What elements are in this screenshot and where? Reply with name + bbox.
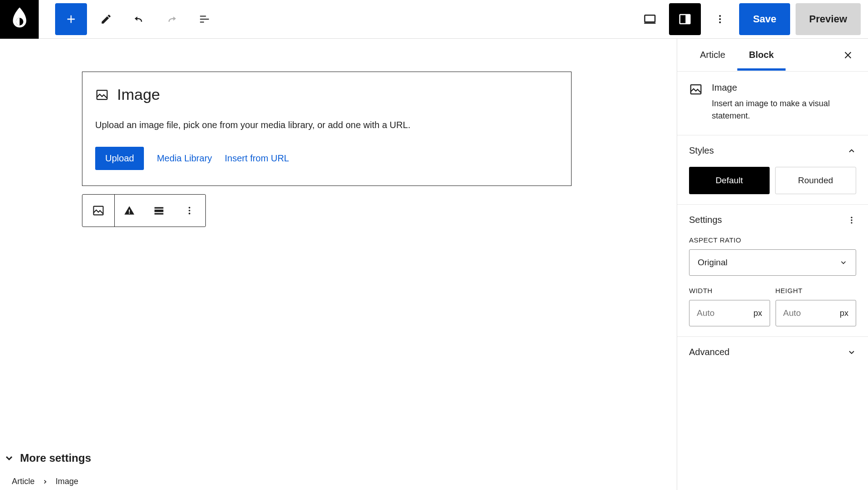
height-unit[interactable]: px (840, 309, 848, 318)
block-more-button[interactable] (174, 195, 205, 227)
width-input[interactable] (697, 308, 753, 318)
block-floating-toolbar (82, 194, 206, 227)
svg-rect-1 (645, 15, 655, 22)
svg-rect-17 (691, 85, 701, 94)
height-label: HEIGHT (776, 287, 857, 294)
svg-point-5 (719, 18, 721, 20)
plus-icon (65, 13, 77, 26)
drupal-icon (10, 7, 30, 31)
block-width-button[interactable] (150, 201, 168, 220)
chevron-down-icon (839, 258, 848, 267)
close-sidebar-button[interactable] (839, 46, 857, 64)
image-icon (689, 83, 703, 122)
styles-section: Styles Default Rounded (677, 135, 868, 205)
svg-rect-11 (154, 207, 163, 208)
styles-section-toggle[interactable]: Styles (689, 145, 856, 156)
toolbar-left (39, 3, 218, 35)
svg-point-6 (719, 21, 721, 23)
height-input-wrap: px (776, 300, 857, 326)
close-icon (843, 50, 853, 60)
toggle-sidebar-button[interactable] (669, 3, 701, 35)
height-input[interactable] (783, 308, 840, 318)
media-library-link[interactable]: Media Library (157, 153, 212, 164)
redo-icon (165, 13, 178, 26)
image-block-title: Image (117, 86, 160, 103)
upload-button[interactable]: Upload (95, 147, 144, 170)
settings-sidebar: Article Block Image Insert an image to m… (677, 39, 868, 490)
aspect-ratio-value: Original (698, 258, 727, 268)
svg-point-18 (851, 217, 852, 218)
dots-vertical-icon (184, 206, 194, 216)
desktop-icon (643, 12, 657, 26)
svg-point-19 (851, 219, 852, 221)
chevron-down-icon (4, 453, 15, 464)
image-block-description: Upload an image file, pick one from your… (95, 120, 558, 130)
svg-rect-8 (94, 206, 103, 215)
chevron-down-icon (847, 348, 856, 357)
pencil-icon (100, 13, 112, 25)
svg-rect-12 (154, 210, 163, 212)
breadcrumb-root[interactable]: Article (12, 477, 35, 486)
app-logo[interactable] (0, 0, 39, 39)
width-label: WIDTH (689, 287, 770, 294)
settings-section: Settings ASPECT RATIO Original (677, 205, 868, 337)
sidebar-block-title: Image (712, 83, 856, 93)
advanced-section-toggle[interactable]: Advanced (689, 347, 856, 357)
editor-canvas[interactable]: Image Upload an image file, pick one fro… (0, 39, 677, 490)
dimensions-row: WIDTH px HEIGHT px (689, 287, 856, 326)
more-settings-label: More settings (20, 452, 91, 464)
insert-from-url-link[interactable]: Insert from URL (225, 153, 289, 164)
add-block-button[interactable] (55, 3, 87, 35)
view-desktop-button[interactable] (636, 5, 664, 33)
save-button[interactable]: Save (739, 3, 790, 35)
breadcrumb-current: Image (56, 477, 78, 486)
svg-point-16 (189, 213, 190, 215)
svg-rect-3 (686, 15, 690, 24)
settings-section-heading: Settings (689, 215, 856, 225)
tab-article[interactable]: Article (688, 40, 737, 70)
undo-button[interactable] (125, 5, 153, 33)
align-full-icon (153, 205, 165, 217)
svg-rect-13 (154, 213, 163, 214)
chevron-up-icon (847, 146, 856, 155)
image-block-actions: Upload Media Library Insert from URL (95, 147, 558, 170)
block-type-button[interactable] (82, 195, 114, 227)
outline-icon (199, 13, 210, 25)
breadcrumb: Article Image (12, 477, 78, 486)
block-align-group (114, 195, 174, 227)
aspect-ratio-label: ASPECT RATIO (689, 236, 856, 244)
document-outline-button[interactable] (191, 5, 218, 33)
width-input-wrap: px (689, 300, 770, 326)
settings-more-button[interactable] (847, 216, 856, 225)
svg-rect-7 (97, 90, 107, 99)
top-toolbar: Save Preview (0, 0, 868, 39)
preview-button[interactable]: Preview (796, 3, 861, 35)
svg-point-15 (189, 210, 190, 211)
chevron-right-icon (42, 479, 48, 485)
svg-rect-9 (129, 210, 130, 212)
redo-button[interactable] (158, 5, 185, 33)
style-option-default[interactable]: Default (689, 167, 770, 194)
advanced-heading: Advanced (689, 347, 730, 357)
dots-vertical-icon (847, 216, 856, 225)
svg-point-20 (851, 222, 852, 223)
style-options: Default Rounded (689, 167, 856, 194)
edit-tool-button[interactable] (92, 5, 120, 33)
triangle-warning-icon (123, 205, 135, 217)
styles-heading: Styles (689, 145, 714, 156)
aspect-ratio-select[interactable]: Original (689, 249, 856, 276)
more-options-button[interactable] (706, 5, 734, 33)
svg-rect-10 (129, 212, 130, 213)
image-icon (92, 204, 105, 217)
more-settings-toggle[interactable]: More settings (0, 444, 677, 490)
block-align-button[interactable] (120, 201, 138, 220)
sidebar-block-description: Insert an image to make a visual stateme… (712, 98, 856, 122)
tab-block[interactable]: Block (737, 40, 786, 70)
style-option-rounded[interactable]: Rounded (775, 167, 857, 194)
image-block-header: Image (95, 86, 558, 103)
svg-point-14 (189, 207, 190, 209)
sidebar-icon (678, 12, 692, 26)
width-unit[interactable]: px (753, 309, 762, 318)
image-icon (95, 88, 109, 102)
image-block-placeholder[interactable]: Image Upload an image file, pick one fro… (82, 72, 572, 186)
